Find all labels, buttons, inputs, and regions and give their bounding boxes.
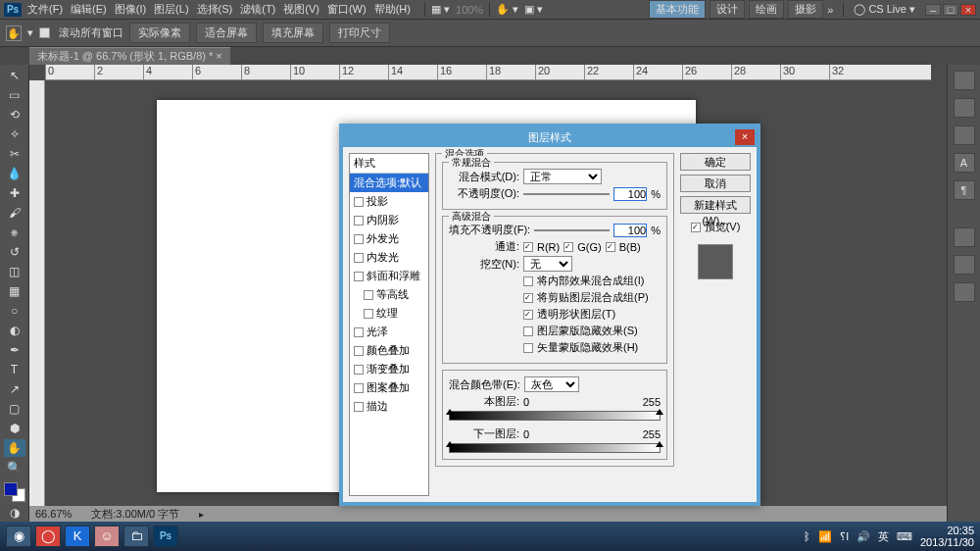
healing-tool[interactable]: ✚ <box>4 184 25 202</box>
fit-screen-button[interactable]: 适合屏幕 <box>196 23 257 43</box>
dodge-tool[interactable]: ◐ <box>4 322 25 339</box>
channel-r-checkbox[interactable] <box>523 242 533 252</box>
history-brush-tool[interactable]: ↺ <box>4 243 25 261</box>
lasso-tool[interactable]: ⟲ <box>4 106 25 124</box>
workspace-basic[interactable]: 基本功能 <box>649 0 706 19</box>
zoom-tool[interactable]: 🔍 <box>4 459 25 476</box>
style-gradient-overlay[interactable]: 渐变叠加 <box>350 360 428 378</box>
style-drop-shadow[interactable]: 投影 <box>350 192 428 211</box>
cancel-button[interactable]: 取消 <box>680 175 751 192</box>
tray-clock[interactable]: 20:352013/11/30 <box>920 525 974 548</box>
new-style-button[interactable]: 新建样式(W)... <box>680 196 751 214</box>
3d-tool[interactable]: ⬢ <box>4 420 25 437</box>
style-texture[interactable]: 纹理 <box>350 304 428 323</box>
layers-panel-icon[interactable] <box>954 227 975 247</box>
menu-image[interactable]: 图像(I) <box>115 2 146 17</box>
workspace-paint[interactable]: 绘画 <box>749 0 784 19</box>
styles-panel-icon[interactable]: A <box>954 153 975 173</box>
dialog-title-bar[interactable]: 图层样式 × <box>343 127 757 147</box>
menu-window[interactable]: 窗口(W) <box>327 2 367 17</box>
paragraph-panel-icon[interactable]: ¶ <box>954 180 975 200</box>
maximize-button[interactable]: □ <box>943 4 958 16</box>
hand-tool[interactable]: ✋ <box>4 439 25 457</box>
style-inner-glow[interactable]: 内发光 <box>350 248 428 267</box>
actual-pixels-button[interactable]: 实际像素 <box>129 23 190 43</box>
menu-layer[interactable]: 图层(L) <box>154 2 188 17</box>
style-color-overlay[interactable]: 颜色叠加 <box>350 341 428 360</box>
style-blending-options[interactable]: 混合选项:默认 <box>350 174 428 192</box>
more-icon[interactable]: » <box>827 4 833 16</box>
channel-b-checkbox[interactable] <box>606 242 615 252</box>
marquee-tool[interactable]: ▭ <box>4 86 25 104</box>
quickmask-tool[interactable]: ◑ <box>4 504 25 522</box>
photoshop-task-icon[interactable]: Ps <box>153 526 178 547</box>
menu-view[interactable]: 视图(V) <box>283 2 319 17</box>
hand-icon-mini[interactable]: ✋ ▾ <box>496 3 518 16</box>
style-pattern-overlay[interactable]: 图案叠加 <box>350 378 428 397</box>
explorer-icon[interactable]: 🗀 <box>123 526 149 547</box>
workspace-design[interactable]: 设计 <box>710 0 745 19</box>
foreground-swatch[interactable] <box>4 482 18 496</box>
status-doc[interactable]: 文档:3.00M/0 字节 <box>91 507 179 522</box>
opacity-input[interactable] <box>613 187 647 201</box>
swatches-panel-icon[interactable] <box>954 98 975 118</box>
status-zoom[interactable]: 66.67% <box>35 508 72 520</box>
fill-opacity-input[interactable] <box>613 224 647 237</box>
tray-volume-icon[interactable]: 🔊 <box>857 530 870 543</box>
shape-tool[interactable]: ▢ <box>4 400 25 418</box>
style-inner-shadow[interactable]: 内阴影 <box>350 211 428 229</box>
ok-button[interactable]: 确定 <box>680 153 751 171</box>
blendif-select[interactable]: 灰色 <box>524 376 579 392</box>
close-button[interactable]: × <box>960 4 976 16</box>
knockout-select[interactable]: 无 <box>523 256 572 272</box>
start-button[interactable]: ◉ <box>6 526 31 547</box>
this-layer-slider[interactable] <box>449 411 661 421</box>
gradient-tool[interactable]: ▦ <box>4 282 25 300</box>
workspace-photo[interactable]: 摄影 <box>788 0 823 19</box>
dialog-close-button[interactable]: × <box>735 129 755 145</box>
scroll-all-checkbox[interactable] <box>39 27 50 38</box>
move-tool[interactable]: ↖ <box>4 67 25 84</box>
preview-checkbox[interactable] <box>691 223 701 232</box>
kugou-icon[interactable]: K <box>65 526 90 547</box>
style-stroke[interactable]: 描边 <box>350 397 428 416</box>
color-swatches[interactable] <box>4 482 25 502</box>
menu-edit[interactable]: 编辑(E) <box>71 2 107 17</box>
opt-vectormask-checkbox[interactable] <box>523 343 533 353</box>
type-tool[interactable]: T <box>4 361 25 378</box>
crop-tool[interactable]: ✂ <box>4 145 25 163</box>
tab-close-icon[interactable]: × <box>216 50 221 62</box>
app-icon[interactable]: ☺ <box>94 526 120 547</box>
hand-tool-icon[interactable]: ✋ <box>6 25 22 41</box>
menu-filter[interactable]: 滤镜(T) <box>240 2 275 17</box>
screen-mode-icon[interactable]: ▣ ▾ <box>524 3 543 16</box>
tray-wifi-icon[interactable]: ⸮l <box>840 530 848 543</box>
path-tool[interactable]: ↗ <box>4 380 25 398</box>
menu-select[interactable]: 选择(S) <box>197 2 233 17</box>
opt-layermask-checkbox[interactable] <box>523 326 533 336</box>
under-layer-slider[interactable] <box>449 443 661 453</box>
opt-transparency-checkbox[interactable] <box>523 310 533 320</box>
channel-g-checkbox[interactable] <box>564 242 573 252</box>
color-panel-icon[interactable] <box>954 71 975 90</box>
style-outer-glow[interactable]: 外发光 <box>350 229 428 248</box>
opt-interior-checkbox[interactable] <box>523 276 533 286</box>
fill-screen-button[interactable]: 填充屏幕 <box>263 23 323 43</box>
brush-tool[interactable]: 🖌 <box>4 204 25 222</box>
menu-file[interactable]: 文件(F) <box>27 2 63 17</box>
stamp-tool[interactable]: ⎈ <box>4 224 25 241</box>
minimize-button[interactable]: – <box>925 4 941 16</box>
style-satin[interactable]: 光泽 <box>350 323 428 341</box>
tray-bluetooth-icon[interactable]: ᛒ <box>804 530 810 542</box>
channels-panel-icon[interactable] <box>954 255 975 275</box>
adjustments-panel-icon[interactable] <box>954 125 975 145</box>
tray-network-icon[interactable]: 📶 <box>818 530 832 543</box>
pen-tool[interactable]: ✒ <box>4 341 25 359</box>
eyedropper-tool[interactable]: 💧 <box>4 165 25 182</box>
print-size-button[interactable]: 打印尺寸 <box>329 23 390 43</box>
wand-tool[interactable]: ✧ <box>4 125 25 143</box>
menu-help[interactable]: 帮助(H) <box>374 2 411 17</box>
cslive-button[interactable]: ◯ CS Live ▾ <box>854 3 915 16</box>
chrome-icon[interactable]: ◯ <box>35 526 61 547</box>
arrange-icon[interactable]: ▦ ▾ <box>431 3 450 16</box>
